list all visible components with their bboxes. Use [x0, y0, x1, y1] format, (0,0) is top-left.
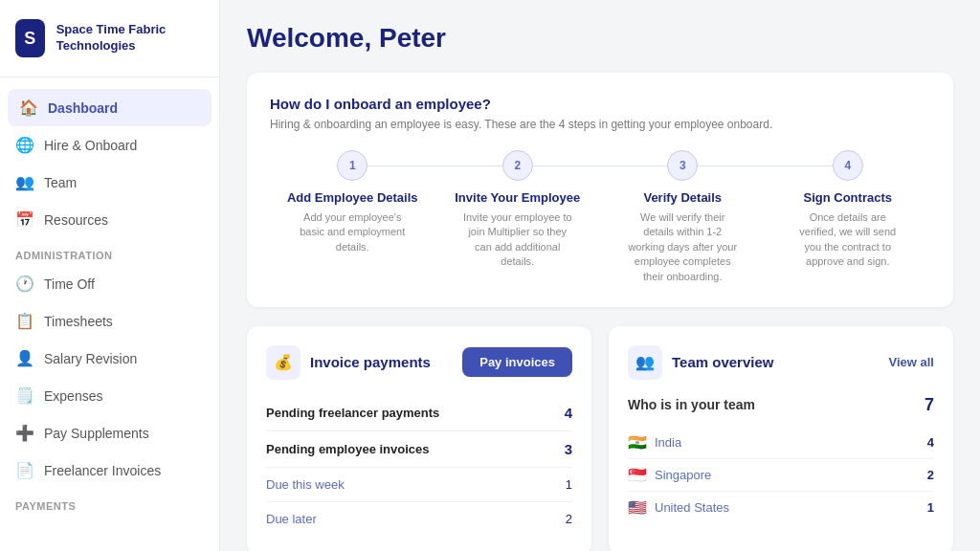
- timesheets-icon: 📋: [15, 312, 34, 330]
- us-label: United States: [655, 500, 729, 515]
- sidebar-item-freelancer-invoices[interactable]: 📄 Freelancer Invoices: [0, 452, 219, 489]
- company-logo-area: S Space Time Fabric Technologies: [0, 0, 219, 77]
- country-left-india: 🇮🇳 India: [628, 433, 681, 452]
- india-count: 4: [927, 435, 934, 450]
- step-1-title: Add Employee Details: [287, 190, 418, 205]
- team-card-header: 👥 Team overview View all: [628, 345, 934, 380]
- invoice-icon: 📄: [15, 461, 34, 479]
- india-flag: 🇮🇳: [628, 433, 647, 452]
- team-header-left: 👥 Team overview: [628, 345, 773, 380]
- step-3-desc: We will verify their details within 1-2 …: [625, 210, 740, 284]
- employee-invoices-label: Pending employee invoices: [266, 442, 430, 456]
- step-3-title: Verify Details: [643, 190, 722, 205]
- who-label: Who is in your team: [628, 397, 755, 412]
- onboarding-steps: 1 Add Employee Details Add your employee…: [270, 150, 930, 284]
- step-1-desc: Add your employee's basic and employment…: [295, 210, 410, 254]
- country-row-us: 🇺🇸 United States 1: [628, 492, 934, 523]
- step-2-title: Invite Your Employee: [455, 190, 580, 205]
- sidebar-item-dashboard[interactable]: 🏠 Dashboard: [8, 89, 212, 126]
- team-who-row: Who is in your team 7: [628, 395, 934, 415]
- sidebar-item-label: Resources: [44, 212, 108, 228]
- salary-icon: 👤: [15, 349, 34, 367]
- step-4-title: Sign Contracts: [804, 190, 892, 205]
- step-2-desc: Invite your employee to join Multiplier …: [460, 210, 575, 270]
- due-later-count: 2: [566, 512, 572, 526]
- step-2: 2 Invite Your Employee Invite your emplo…: [435, 150, 601, 270]
- employee-invoices-count: 3: [565, 441, 572, 457]
- sidebar-item-label: Expenses: [44, 388, 102, 404]
- onboarding-title: How do I onboard an employee?: [270, 96, 930, 112]
- due-later-label: Due later: [266, 512, 317, 526]
- invoice-row-freelancer: Pending freelancer payments 4: [266, 395, 572, 431]
- invoice-row-due-later: Due later 2: [266, 502, 572, 536]
- sidebar-item-resources[interactable]: 📅 Resources: [0, 201, 219, 238]
- pay-supplements-icon: ➕: [15, 424, 34, 442]
- step-1: 1 Add Employee Details Add your employee…: [270, 150, 435, 254]
- team-card-title: Team overview: [672, 354, 773, 370]
- singapore-count: 2: [927, 468, 934, 482]
- due-week-count: 1: [566, 477, 572, 492]
- step-4-desc: Once details are verified, we will send …: [791, 210, 905, 270]
- step-3-circle: 3: [667, 150, 698, 181]
- country-left-us: 🇺🇸 United States: [628, 498, 729, 517]
- sidebar-item-label: Freelancer Invoices: [44, 463, 161, 478]
- page-title: Welcome, Peter: [247, 23, 953, 54]
- step-4: 4 Sign Contracts Once details are verifi…: [766, 150, 931, 270]
- step-4-circle: 4: [833, 150, 863, 181]
- team-section: Who is in your team 7 🇮🇳 India 4 🇸🇬 Sing…: [628, 395, 934, 523]
- singapore-flag: 🇸🇬: [628, 466, 647, 484]
- company-name: Space Time Fabric Technologies: [56, 22, 204, 55]
- team-total-count: 7: [924, 395, 934, 415]
- invoice-row-employee: Pending employee invoices 3: [266, 431, 572, 468]
- admin-section-label: Administration: [0, 238, 219, 265]
- company-logo-icon: S: [15, 19, 45, 57]
- sidebar-item-label: Pay Supplements: [44, 426, 149, 441]
- sidebar-item-salary-revision[interactable]: 👤 Salary Revision: [0, 340, 219, 377]
- freelancer-payments-count: 4: [565, 405, 572, 421]
- invoice-header-left: 💰 Invoice payments: [266, 345, 431, 380]
- invoice-row-due-week: Due this week 1: [266, 468, 572, 502]
- sidebar-item-label: Dashboard: [48, 100, 118, 116]
- payments-section-label: Payments: [0, 489, 219, 516]
- sidebar-item-hire-onboard[interactable]: 🌐 Hire & Onboard: [0, 126, 219, 164]
- sidebar-item-time-off[interactable]: 🕐 Time Off: [0, 265, 219, 302]
- globe-icon: 🌐: [15, 136, 34, 154]
- sidebar-item-timesheets[interactable]: 📋 Timesheets: [0, 302, 219, 340]
- country-row-singapore: 🇸🇬 Singapore 2: [628, 459, 934, 492]
- team-card-icon: 👥: [628, 345, 662, 380]
- sidebar-item-pay-supplements[interactable]: ➕ Pay Supplements: [0, 414, 219, 452]
- sidebar-item-expenses[interactable]: 🗒️ Expenses: [0, 377, 219, 414]
- sidebar-item-label: Timesheets: [44, 314, 113, 329]
- bottom-grid: 💰 Invoice payments Pay invoices Pending …: [247, 326, 953, 551]
- step-2-circle: 2: [502, 150, 533, 181]
- view-all-link[interactable]: View all: [889, 355, 934, 369]
- step-1-circle: 1: [337, 150, 368, 181]
- country-left-singapore: 🇸🇬 Singapore: [628, 466, 711, 484]
- invoice-card-header: 💰 Invoice payments Pay invoices: [266, 345, 572, 380]
- main-nav: 🏠 Dashboard 🌐 Hire & Onboard 👥 Team 📅 Re…: [0, 77, 219, 527]
- due-week-label: Due this week: [266, 477, 345, 492]
- team-card: 👥 Team overview View all Who is in your …: [609, 326, 953, 551]
- invoice-card-title: Invoice payments: [310, 354, 431, 370]
- invoice-card: 💰 Invoice payments Pay invoices Pending …: [247, 326, 591, 551]
- sidebar: S Space Time Fabric Technologies 🏠 Dashb…: [0, 0, 220, 551]
- expenses-icon: 🗒️: [15, 386, 34, 405]
- onboarding-subtitle: Hiring & onboarding an employee is easy.…: [270, 118, 930, 131]
- resources-icon: 📅: [15, 210, 34, 229]
- freelancer-payments-label: Pending freelancer payments: [266, 406, 439, 420]
- us-flag: 🇺🇸: [628, 498, 647, 517]
- country-row-india: 🇮🇳 India 4: [628, 427, 934, 459]
- clock-icon: 🕐: [15, 275, 34, 293]
- sidebar-item-label: Time Off: [44, 276, 95, 292]
- main-content: Welcome, Peter How do I onboard an emplo…: [220, 0, 980, 551]
- invoice-card-icon: 💰: [266, 345, 301, 380]
- team-icon: 👥: [15, 173, 34, 191]
- step-3: 3 Verify Details We will verify their de…: [600, 150, 766, 284]
- singapore-label: Singapore: [655, 468, 711, 482]
- sidebar-item-label: Salary Revision: [44, 351, 137, 366]
- sidebar-item-team[interactable]: 👥 Team: [0, 164, 219, 201]
- pay-invoices-button[interactable]: Pay invoices: [462, 347, 572, 377]
- onboarding-card: How do I onboard an employee? Hiring & o…: [247, 73, 953, 307]
- sidebar-item-label: Hire & Onboard: [44, 138, 137, 153]
- us-count: 1: [927, 500, 934, 515]
